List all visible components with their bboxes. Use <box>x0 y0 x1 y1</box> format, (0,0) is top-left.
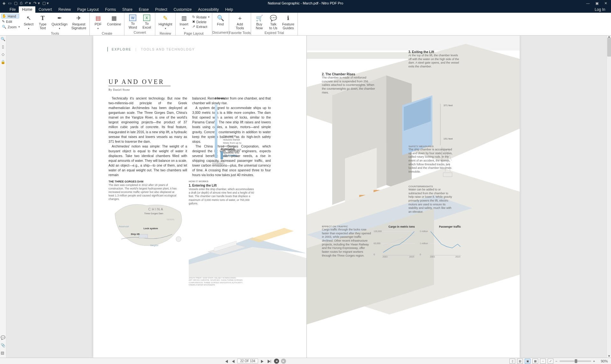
close-icon[interactable]: ✕ <box>604 1 607 5</box>
pen-icon: ✒ <box>57 15 62 22</box>
menu-share[interactable]: Share <box>119 6 136 13</box>
to-excel-button[interactable]: XTo Excel <box>140 14 153 30</box>
document-viewport[interactable]: EXPLORE | TOOLS AND TECHNOLOGY UP AND OV… <box>6 36 607 358</box>
nav-back-icon[interactable]: ◂ <box>274 359 279 364</box>
menu-file[interactable]: File <box>6 6 19 13</box>
menu-accessibility[interactable]: Accessibility <box>195 6 222 13</box>
nav-prev-icon[interactable] <box>230 359 235 363</box>
ann-2: 2. The Chamber Rises The chamber is made… <box>322 72 376 94</box>
svg-text:60,000: 60,000 <box>374 242 381 244</box>
svg-rect-0 <box>139 234 148 238</box>
qat-more-icon[interactable]: ▢ ▾ <box>42 1 49 5</box>
menu-forms[interactable]: Forms <box>102 6 119 13</box>
save-icon[interactable]: ▢ <box>14 1 18 5</box>
nav-first-icon[interactable] <box>223 359 228 363</box>
cw-body: Water can be added to or subtracted from… <box>409 188 453 214</box>
delete-button[interactable]: ✖Delete <box>192 19 210 24</box>
login-link[interactable]: Log In <box>595 7 611 12</box>
svg-marker-6 <box>249 228 294 242</box>
insert-label: Insert <box>179 22 188 26</box>
menu-help[interactable]: Help <box>222 6 236 13</box>
highlight-button[interactable]: ✎Highlight▾ <box>157 14 173 31</box>
map-china: CHINA Three Gorges Dam Reservoir Ship li… <box>109 198 188 256</box>
print-icon[interactable]: ⎙ <box>20 1 22 5</box>
eff-title: EFFECT ON TRAFFIC <box>322 225 371 228</box>
rotate-button[interactable]: ↻Rotate▾ <box>192 15 210 19</box>
view-fit-page-icon[interactable]: ⤢ <box>548 359 553 364</box>
highlight-icon: ✎ <box>163 15 168 22</box>
scroll-down-icon[interactable]: ▼ <box>607 354 611 358</box>
view-fit-width-icon[interactable]: ↔ <box>540 359 546 364</box>
zoom-value[interactable]: 90% <box>597 359 608 363</box>
menu-protect[interactable]: Protect <box>152 6 171 13</box>
type-text-button[interactable]: TType Text <box>36 14 49 31</box>
view-facing-icon[interactable]: ▣ <box>525 359 530 364</box>
nav-tags-icon[interactable]: ◇ <box>2 52 4 57</box>
feature-guides-button[interactable]: ℹFeature Guides <box>281 14 296 31</box>
extract-label: Extract <box>196 25 207 29</box>
quicksign-button[interactable]: ✒QuickSign▾ <box>50 14 69 31</box>
combine-button[interactable]: ▦Combine <box>106 14 122 27</box>
nav-next-icon[interactable] <box>260 359 265 363</box>
scroll-thumb[interactable] <box>607 38 611 57</box>
mode-edit[interactable]: ✎Edit <box>1 19 19 24</box>
open-icon[interactable]: ▭ <box>8 1 11 5</box>
kicker-bar <box>107 47 108 52</box>
to-word-button[interactable]: WTo Word <box>126 14 139 30</box>
cargo-chart: Cargo in metric tons 120,000 60,000 0 20… <box>374 225 415 259</box>
zoom-slider[interactable] <box>559 361 591 362</box>
request-signature-button[interactable]: ✈Request Signature <box>70 14 88 31</box>
maximize-icon[interactable]: ▣ <box>595 1 599 5</box>
nav-comments-icon[interactable]: 💬 <box>1 335 5 340</box>
nav-last-icon[interactable] <box>267 359 272 363</box>
buy-now-label: Buy Now <box>256 22 263 30</box>
menu-home[interactable]: Home <box>19 6 35 13</box>
to-word-label: To Word <box>129 22 137 29</box>
menu-review[interactable]: Review <box>55 6 74 13</box>
zoom-slider-thumb[interactable] <box>575 359 577 363</box>
zoom-out-icon[interactable]: − <box>555 359 557 363</box>
talk-to-us-button[interactable]: 💬Talk to Us <box>267 14 280 31</box>
map-china-label: CHINA <box>148 207 164 211</box>
nav-security-icon[interactable]: 🔒 <box>1 60 5 64</box>
add-tools-button[interactable]: ＋Add Tools <box>234 14 246 31</box>
minimize-icon[interactable]: — <box>586 1 590 5</box>
extract-button[interactable]: ↗Extract <box>192 24 210 29</box>
menu-convert[interactable]: Convert <box>35 6 55 13</box>
mode-zoom[interactable]: 🔍Zoom▾ <box>1 24 19 29</box>
insert-button[interactable]: ▥Insert▾ <box>178 14 190 31</box>
view-facing-continuous-icon[interactable]: ▦ <box>532 359 538 364</box>
cursor-icon: ↖ <box>26 15 31 22</box>
hand-icon: ✋ <box>2 14 6 18</box>
select-button[interactable]: ↖Select▾ <box>22 14 35 31</box>
menu-customize[interactable]: Customize <box>171 6 195 13</box>
headline-rule <box>109 86 171 86</box>
nav-layers-icon[interactable]: ▤ <box>1 351 5 355</box>
zoom-in-icon[interactable]: + <box>593 359 595 363</box>
map-shiplift-label: Ship lift <box>131 233 140 236</box>
view-continuous-icon[interactable]: ▥ <box>517 359 523 364</box>
undo-icon[interactable]: ↶ ▾ <box>25 1 31 5</box>
redo-icon[interactable]: ↷ ▾ <box>33 1 39 5</box>
find-button[interactable]: 🔍Find <box>214 14 227 27</box>
kicker-sep: | <box>136 48 137 51</box>
time-ship-lift: SHIP LIFT <box>220 160 225 165</box>
nav-search-icon[interactable]: 🔍 <box>1 37 5 41</box>
page-indicator[interactable]: 22 OF 134 <box>237 359 258 363</box>
nav-forward-icon[interactable]: ▸ <box>281 359 286 364</box>
nav-bookmarks-icon[interactable]: ▯ <box>2 45 4 49</box>
plus-icon: ＋ <box>237 15 243 22</box>
vertical-scrollbar[interactable]: ▲ ▼ <box>607 36 611 358</box>
cargo-chart-svg: 120,000 60,000 0 2003 2015 <box>374 228 415 258</box>
time-bar-chart: 4 hours The ship lift reduces transit ti… <box>215 97 242 158</box>
buy-now-button[interactable]: 🛒Buy Now <box>253 14 266 31</box>
view-single-icon[interactable]: ▯ <box>509 359 515 364</box>
mode-hand[interactable]: ✋Hand <box>1 14 19 18</box>
pdf-button[interactable]: ▤PDF▾ <box>92 14 104 31</box>
menu-page-layout[interactable]: Page Layout <box>74 6 102 13</box>
nav-attachments-icon[interactable]: 📎 <box>1 343 5 347</box>
pdf-icon: ▤ <box>95 15 101 22</box>
passenger-chart: Passenger traffic 2 million 1 million 0 … <box>420 225 461 259</box>
menu-erase[interactable]: Erase <box>136 6 152 13</box>
label-151: 151 feet <box>444 137 453 140</box>
